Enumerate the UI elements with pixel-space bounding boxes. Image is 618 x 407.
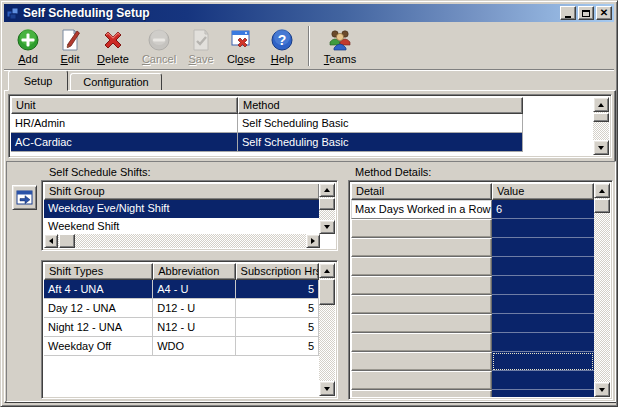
table-row-empty[interactable] — [351, 219, 594, 238]
shift-group-rows: Weekday Eve/Night Shift Weekend Shift — [44, 200, 320, 236]
table-row-selected[interactable]: AC-Cardiac Self Scheduling Basic — [11, 133, 523, 152]
cell-unit: HR/Admin — [11, 114, 238, 132]
scroll-thumb[interactable] — [319, 279, 335, 305]
table-row-empty[interactable] — [351, 371, 594, 390]
scroll-down-button[interactable] — [594, 382, 610, 397]
table-row-empty[interactable] — [351, 238, 594, 257]
tab-configuration[interactable]: Configuration — [70, 73, 162, 91]
setup-tab-page: Unit Method HR/Admin Self Scheduling Bas… — [4, 90, 616, 403]
add-label: Add — [18, 53, 38, 66]
cell-value[interactable] — [492, 276, 594, 295]
cell-value[interactable] — [492, 295, 594, 314]
table-row-empty[interactable] — [351, 276, 594, 295]
assign-shift-group-button[interactable] — [12, 185, 37, 210]
scroll-track[interactable] — [594, 198, 610, 382]
edit-button[interactable]: Edit — [50, 24, 90, 68]
shift-types-header-row: Shift Types Abbreviation Subscription Hr… — [44, 263, 319, 280]
shift-group-hscrollbar[interactable] — [44, 234, 320, 248]
scroll-thumb[interactable] — [319, 198, 335, 210]
cell-value[interactable] — [492, 390, 594, 397]
table-row-empty[interactable] — [351, 390, 594, 397]
method-details-rows: Max Days Worked in a Row 6 — [351, 200, 594, 397]
cell-detail — [351, 352, 492, 371]
scroll-thumb[interactable] — [59, 234, 75, 248]
cell-value[interactable] — [492, 219, 594, 238]
teams-button[interactable]: Teams — [316, 24, 364, 68]
delete-label: Delete — [97, 53, 129, 66]
cell-value[interactable] — [492, 333, 594, 352]
table-row[interactable]: HR/Admin Self Scheduling Basic — [11, 114, 523, 133]
arrow-left-icon — [49, 238, 53, 244]
cell-detail — [351, 371, 492, 390]
page-check-icon — [188, 27, 214, 53]
cell-value[interactable] — [492, 314, 594, 333]
column-header-subscription-hrs[interactable]: Subscription Hrs — [236, 263, 319, 280]
cell-value[interactable] — [492, 371, 594, 390]
scroll-down-button[interactable] — [319, 220, 335, 234]
table-row-empty-focused[interactable] — [351, 352, 594, 371]
scroll-down-button[interactable] — [319, 381, 335, 396]
method-details-label: Method Details: — [355, 166, 431, 178]
column-header-method[interactable]: Method — [238, 97, 523, 114]
minimize-button[interactable] — [560, 6, 576, 20]
app-icon — [6, 6, 20, 20]
unit-table-scrollbar[interactable] — [593, 97, 609, 155]
titlebar: Self Scheduling Setup ✕ — [4, 4, 614, 22]
add-button[interactable]: Add — [6, 24, 50, 68]
cell-subscription-hrs: 5 — [236, 318, 319, 336]
maximize-button[interactable] — [578, 6, 594, 20]
column-header-detail[interactable]: Detail — [351, 183, 492, 200]
scroll-up-button[interactable] — [593, 97, 609, 112]
close-button[interactable]: Close — [220, 24, 262, 68]
list-item-selected[interactable]: Weekday Eve/Night Shift — [44, 200, 320, 218]
scroll-up-button[interactable] — [594, 183, 610, 198]
method-details-scrollbar[interactable] — [594, 183, 610, 397]
scroll-thumb[interactable] — [593, 113, 609, 122]
scroll-up-button[interactable] — [319, 263, 335, 278]
help-button[interactable]: ? Help — [262, 24, 302, 68]
delete-button[interactable]: Delete — [90, 24, 136, 68]
self-scheduling-setup-window: Self Scheduling Setup ✕ Add — [0, 0, 618, 407]
column-header-shift-types[interactable]: Shift Types — [44, 263, 153, 280]
cell-detail — [351, 276, 492, 295]
cell-shift-type: Night 12 - UNA — [44, 318, 153, 336]
close-label: Close — [227, 53, 255, 66]
column-header-value[interactable]: Value — [492, 183, 594, 200]
table-row-selected[interactable]: Aft 4 - UNA A4 - U 5 — [44, 280, 319, 299]
column-header-abbreviation[interactable]: Abbreviation — [153, 263, 235, 280]
shift-group-vscrollbar[interactable] — [319, 183, 335, 234]
tab-setup[interactable]: Setup — [8, 70, 68, 91]
cell-value[interactable]: 6 — [492, 200, 594, 219]
table-row-empty[interactable] — [351, 257, 594, 276]
window-red-x-icon — [228, 27, 254, 53]
table-row-empty[interactable] — [351, 295, 594, 314]
cell-value[interactable] — [492, 257, 594, 276]
teams-label: Teams — [324, 53, 356, 66]
cell-method: Self Scheduling Basic — [238, 114, 523, 132]
red-x-icon — [100, 27, 126, 53]
cell-method: Self Scheduling Basic — [238, 133, 523, 151]
shift-types-scrollbar[interactable] — [319, 263, 335, 396]
cell-value-focused[interactable] — [492, 352, 594, 371]
arrow-up-icon — [599, 189, 605, 193]
close-window-button[interactable]: ✕ — [596, 6, 612, 20]
column-header-unit[interactable]: Unit — [11, 97, 238, 114]
cell-value[interactable] — [492, 238, 594, 257]
table-row-empty[interactable] — [351, 333, 594, 352]
unit-method-grid: Unit Method HR/Admin Self Scheduling Bas… — [11, 97, 593, 155]
table-row[interactable]: Day 12 - UNA D12 - U 5 — [44, 299, 319, 318]
scroll-left-button[interactable] — [44, 234, 58, 248]
column-header-shift-group[interactable]: Shift Group — [44, 183, 320, 200]
close-icon: ✕ — [600, 8, 608, 18]
table-row[interactable]: Night 12 - UNA N12 - U 5 — [44, 318, 319, 337]
cancel-button: Cancel — [136, 24, 182, 68]
scroll-right-button[interactable] — [306, 234, 320, 248]
scroll-track[interactable] — [58, 234, 306, 248]
table-row-empty[interactable] — [351, 314, 594, 333]
table-row[interactable]: Weekday Off WDO 5 — [44, 337, 319, 356]
scroll-down-button[interactable] — [593, 140, 609, 155]
scroll-up-button[interactable] — [319, 183, 335, 197]
cell-unit: AC-Cardiac — [11, 133, 238, 151]
scroll-thumb[interactable] — [594, 199, 610, 213]
table-row[interactable]: Max Days Worked in a Row 6 — [351, 200, 594, 219]
